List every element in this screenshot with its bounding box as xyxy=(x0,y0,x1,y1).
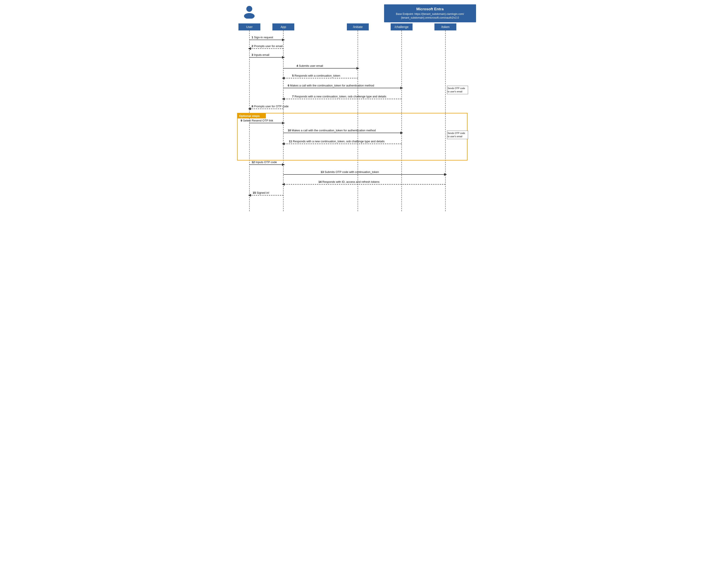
msg-label-11: 11 Responds with a new continuation_toke… xyxy=(289,140,385,143)
svg-point-0 xyxy=(246,6,252,12)
user-icon xyxy=(243,5,255,19)
msg-label-6: 6 Makes a call with the continuation_tok… xyxy=(288,84,374,87)
user-icon-area xyxy=(235,4,264,19)
note-otp-1-text2: to user's email xyxy=(448,90,462,93)
msg-label-8: 8 Prompts user for OTP code xyxy=(252,105,288,108)
svg-point-1 xyxy=(244,13,255,19)
msg-label-4: 4 Submits user email xyxy=(297,64,323,67)
lifeline-user-label: User xyxy=(246,25,253,29)
lifeline-challenge-label: /challenge xyxy=(394,25,409,29)
arrowhead-1 xyxy=(282,39,285,41)
entra-title: Microsoft Entra xyxy=(388,7,472,12)
msg-label-12: 12 Inputs OTP code xyxy=(252,160,277,164)
lifeline-app-label: App xyxy=(280,25,286,29)
lifeline-token-label: /token xyxy=(441,25,449,29)
arrowhead-2 xyxy=(248,47,251,50)
entra-box: Microsoft Entra Base Endpoint: https://{… xyxy=(384,4,476,22)
msg-label-1: 1 Sign-in request xyxy=(252,36,273,39)
arrowhead-12 xyxy=(282,163,285,166)
header-area: Microsoft Entra Base Endpoint: https://{… xyxy=(235,4,476,22)
msg-label-13: 13 Submits OTP code with continuation_to… xyxy=(321,170,379,174)
msg-label-9: 9 Select Resend OTP link xyxy=(241,119,273,122)
msg-label-7: 7 Responds with a new continuation_token… xyxy=(292,95,387,98)
msg-label-14: 14 Responds with ID, access and refresh … xyxy=(318,180,380,183)
arrowhead-4 xyxy=(357,67,359,70)
lifeline-initiate-label: /initiate xyxy=(353,25,363,29)
msg-label-3: 3 Inputs email xyxy=(252,53,270,57)
arrowhead-9 xyxy=(282,122,285,124)
arrowhead-6 xyxy=(400,87,403,89)
msg-label-5: 5 Responds with a continuation_token xyxy=(292,74,340,77)
arrowhead-14 xyxy=(282,183,285,186)
note-otp-2-text: Sends OTP code xyxy=(448,132,465,134)
arrowhead-7 xyxy=(282,97,285,100)
optional-label-text: Optional steps xyxy=(239,114,260,117)
diagram-container: Microsoft Entra Base Endpoint: https://{… xyxy=(235,4,476,213)
msg-label-2: 2 Prompts user for email xyxy=(252,44,283,48)
entra-subtitle: Base Endpoint: https://{tenant_subdomain… xyxy=(388,12,472,20)
sequence-diagram-svg: User App /initiate /challenge /token xyxy=(235,22,476,213)
arrowhead-15 xyxy=(248,194,251,197)
msg-label-10: 10 Makes a call with the continuation_to… xyxy=(288,129,376,132)
note-otp-2-text2: to user's email xyxy=(448,135,462,138)
note-otp-1-text: Sends OTP code xyxy=(448,87,465,89)
arrowhead-3 xyxy=(282,56,285,59)
msg-label-15: 15 Signed in! xyxy=(253,191,270,194)
